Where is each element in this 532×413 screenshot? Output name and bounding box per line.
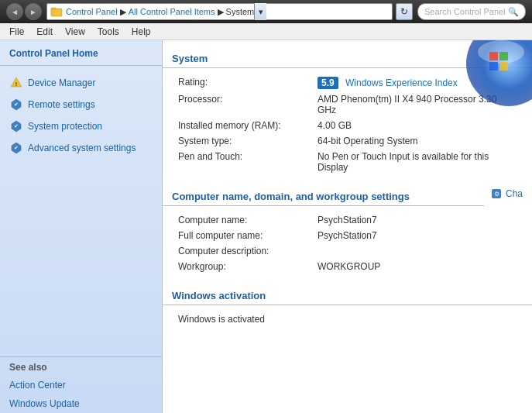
menu-edit[interactable]: Edit: [30, 25, 59, 39]
computer-name-value: PsychStation7: [317, 215, 517, 225]
advanced-settings-icon: ✔: [9, 141, 23, 155]
main-container: Control Panel Home ! Device Manager ✔: [0, 40, 532, 413]
sidebar-divider-1: [0, 65, 162, 66]
title-bar: ◄ ► Control Panel ▶ All Control Panel It…: [0, 0, 532, 23]
menu-view[interactable]: View: [59, 25, 91, 39]
breadcrumb-sep-1: ▶: [120, 7, 126, 17]
sidebar-item-device-manager[interactable]: ! Device Manager: [0, 72, 162, 94]
nav-buttons: ◄ ►: [6, 3, 42, 20]
system-type-value: 64-bit Operating System: [317, 136, 517, 146]
pen-touch-label: Pen and Touch:: [178, 151, 317, 173]
control-panel-home-link[interactable]: Control Panel Home: [0, 40, 162, 65]
change-icon: ⚙: [490, 188, 503, 200]
sidebar-links-section: ! Device Manager ✔ Remote settings: [0, 69, 162, 162]
processor-label: Processor:: [178, 94, 317, 115]
change-label: Cha: [506, 188, 523, 199]
sidebar-item-windows-update[interactable]: Windows Update: [0, 394, 163, 413]
advanced-settings-label: Advanced system settings: [28, 143, 136, 153]
activation-status-value: Windows is activated: [178, 314, 517, 325]
content-area: System Rating: 5.9 Windows Experience In…: [163, 40, 532, 413]
activation-info-table: Windows is activated: [163, 308, 532, 330]
computer-section-title: Computer name, domain, and workgroup set…: [163, 184, 484, 206]
activation-status-row: Windows is activated: [178, 311, 517, 327]
system-protection-label: System protection: [28, 121, 102, 132]
see-also-section: See also Action Center Windows Update: [0, 356, 163, 413]
breadcrumb-system: System: [226, 7, 255, 16]
menu-file[interactable]: File: [3, 25, 30, 39]
sidebar: Control Panel Home ! Device Manager ✔: [0, 40, 163, 413]
refresh-button[interactable]: ↻: [396, 3, 413, 20]
svg-text:!: !: [15, 81, 17, 87]
pen-touch-row: Pen and Touch: No Pen or Touch Input is …: [178, 149, 517, 175]
svg-rect-9: [489, 52, 498, 60]
see-also-header: See also: [0, 356, 163, 376]
svg-rect-11: [489, 62, 498, 71]
ram-value: 4.00 GB: [317, 120, 517, 131]
device-manager-icon: !: [9, 76, 23, 90]
menu-help[interactable]: Help: [125, 25, 157, 39]
ram-label: Installed memory (RAM):: [178, 120, 317, 131]
svg-rect-0: [51, 9, 62, 16]
search-box[interactable]: Search Control Panel 🔍: [417, 3, 526, 20]
action-center-label: Action Center: [9, 380, 66, 391]
system-type-row: System type: 64-bit Operating System: [178, 133, 517, 149]
rating-badge: 5.9: [317, 77, 338, 89]
windows-update-label: Windows Update: [9, 398, 80, 409]
back-button[interactable]: ◄: [6, 3, 23, 20]
activation-section-title: Windows activation: [163, 284, 532, 305]
remote-settings-label: Remote settings: [28, 99, 95, 110]
computer-name-label: Computer name:: [178, 215, 317, 225]
full-computer-name-row: Full computer name: PsychStation7: [178, 228, 517, 243]
menu-tools[interactable]: Tools: [91, 25, 125, 39]
system-type-label: System type:: [178, 136, 317, 146]
windows-logo-container: [455, 40, 532, 110]
computer-info-table: Computer name: PsychStation7 Full comput…: [163, 209, 532, 277]
windows-vista-logo: [455, 40, 532, 110]
ram-row: Installed memory (RAM): 4.00 GB: [178, 118, 517, 133]
svg-text:✔: ✔: [14, 145, 19, 150]
computer-description-label: Computer description:: [178, 246, 317, 256]
device-manager-label: Device Manager: [28, 77, 95, 88]
workgroup-label: Workgroup:: [178, 261, 317, 272]
svg-rect-1: [51, 8, 56, 9]
breadcrumb-control-panel[interactable]: Control Panel: [66, 7, 118, 16]
full-computer-name-value: PsychStation7: [317, 230, 517, 241]
svg-rect-10: [499, 52, 508, 60]
windows-experience-index-link[interactable]: Windows Experience Index: [345, 77, 458, 88]
svg-rect-12: [499, 62, 508, 71]
computer-name-row: Computer name: PsychStation7: [178, 212, 517, 228]
computer-section-header: Computer name, domain, and workgroup set…: [163, 178, 532, 209]
address-bar[interactable]: Control Panel ▶ All Control Panel Items …: [46, 3, 393, 20]
sidebar-item-remote-settings[interactable]: ✔ Remote settings: [0, 94, 162, 115]
pen-touch-value: No Pen or Touch Input is available for t…: [317, 151, 517, 173]
workgroup-value: WORKGROUP: [317, 261, 517, 272]
svg-text:✔: ✔: [14, 102, 19, 107]
forward-button[interactable]: ►: [25, 3, 42, 20]
address-dropdown-button[interactable]: ▾: [254, 3, 266, 20]
system-protection-icon: ✔: [9, 119, 23, 133]
sidebar-item-action-center[interactable]: Action Center: [0, 376, 163, 394]
breadcrumb-all-items[interactable]: All Control Panel Items: [129, 7, 215, 16]
change-settings-link[interactable]: ⚙ Cha: [490, 188, 523, 200]
computer-description-row: Computer description:: [178, 243, 517, 259]
search-placeholder-text: Search Control Panel: [424, 7, 506, 16]
search-icon: 🔍: [508, 7, 519, 17]
workgroup-row: Workgroup: WORKGROUP: [178, 259, 517, 274]
computer-description-value: [317, 246, 517, 256]
folder-icon: [50, 5, 63, 18]
full-computer-name-label: Full computer name:: [178, 230, 317, 241]
breadcrumb-sep-2: ▶: [218, 7, 224, 17]
sidebar-item-system-protection[interactable]: ✔ System protection: [0, 115, 162, 137]
menu-bar: File Edit View Tools Help: [0, 23, 532, 40]
sidebar-item-advanced-settings[interactable]: ✔ Advanced system settings: [0, 137, 162, 159]
remote-settings-icon: ✔: [9, 98, 23, 112]
svg-text:✔: ✔: [14, 123, 19, 129]
svg-text:⚙: ⚙: [493, 191, 499, 198]
rating-label: Rating:: [178, 77, 317, 89]
